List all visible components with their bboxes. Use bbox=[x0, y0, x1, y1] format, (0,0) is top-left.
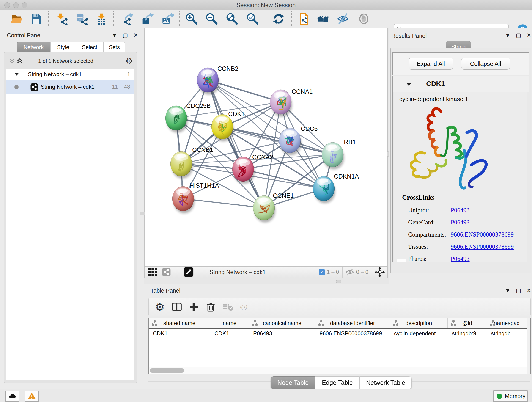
node-label-RB1: RB1 bbox=[344, 139, 356, 146]
float-panel-icon[interactable]: ▼ bbox=[505, 32, 510, 38]
tab-network-table[interactable]: Network Table bbox=[360, 376, 412, 389]
node-CDKN1A[interactable]: CDKN1A bbox=[313, 173, 359, 203]
node-RB1[interactable]: RB1 bbox=[322, 139, 356, 169]
horizontal-scrollbar[interactable] bbox=[149, 367, 527, 374]
zoom-in-icon[interactable] bbox=[185, 12, 198, 25]
left-splitter-handle[interactable] bbox=[140, 212, 145, 215]
tab-sets[interactable]: Sets bbox=[103, 42, 125, 53]
node-HIST1H1A[interactable]: HIST1H1A bbox=[172, 182, 219, 213]
table-cell[interactable]: stringdb bbox=[487, 329, 527, 338]
tab-style[interactable]: Style bbox=[51, 42, 76, 53]
column-header-database-identifier[interactable]: database identifier bbox=[316, 318, 390, 328]
create-column-plus-icon[interactable] bbox=[188, 301, 200, 313]
crosslinks-heading: CrossLinks bbox=[402, 194, 434, 201]
column-header-name[interactable]: name bbox=[210, 318, 249, 328]
close-panel-icon[interactable]: ✕ bbox=[133, 32, 138, 38]
export-network-icon[interactable] bbox=[121, 12, 133, 25]
toolbar-separator bbox=[114, 12, 114, 26]
tab-select[interactable]: Select bbox=[76, 42, 103, 53]
column-header-namespac[interactable]: namespac bbox=[487, 318, 527, 328]
birds-eye-view-icon[interactable] bbox=[183, 267, 194, 277]
crosslink-link[interactable]: 9606.ENSP00000378699 bbox=[451, 231, 514, 238]
import-network-icon[interactable] bbox=[55, 12, 68, 25]
column-header--id[interactable]: @id bbox=[448, 318, 487, 328]
zoom-out-icon[interactable] bbox=[205, 12, 218, 25]
tab-network[interactable]: Network bbox=[17, 42, 51, 53]
crosslink-link[interactable]: P06493 bbox=[451, 255, 470, 262]
import-database-icon[interactable] bbox=[75, 12, 88, 25]
undock-panel-icon[interactable]: ▢ bbox=[123, 32, 128, 38]
float-panel-icon[interactable]: ▼ bbox=[505, 287, 510, 294]
undock-panel-icon[interactable]: ▢ bbox=[516, 32, 521, 38]
edge-HIST1H1A-CCNE1[interactable] bbox=[183, 199, 264, 208]
cdk1-section-header[interactable]: CDK1 bbox=[393, 76, 529, 92]
crosslinks-rows: Uniprot:P06493GeneCard:P06493Compartment… bbox=[408, 204, 523, 265]
zoom-fit-icon[interactable] bbox=[226, 12, 239, 25]
refresh-icon[interactable] bbox=[272, 12, 285, 25]
grid-view-icon[interactable] bbox=[148, 268, 158, 277]
table-cell[interactable]: 9606.ENSP00000378699 bbox=[316, 329, 390, 338]
expand-all-button[interactable]: Expand All bbox=[409, 58, 453, 70]
node-CDC25B[interactable]: CDC25B bbox=[165, 102, 211, 133]
table-cell[interactable]: stringdb:9... bbox=[448, 329, 487, 338]
crosslink-link[interactable]: P06493 bbox=[451, 219, 470, 226]
network-canvas[interactable]: CCNB2 CCNA1 CDC25B CDK1 CDC6 RB1 bbox=[144, 28, 388, 266]
close-panel-icon[interactable]: ✕ bbox=[526, 287, 531, 294]
export-image-icon[interactable] bbox=[162, 12, 175, 25]
network-options-gear-icon[interactable]: ⚙ bbox=[125, 57, 133, 65]
node-table: shared namenamecanonical namedatabase id… bbox=[148, 318, 531, 374]
toolbar-separator bbox=[48, 12, 49, 26]
warnings-button[interactable] bbox=[25, 391, 39, 402]
node-CCNA2[interactable]: CCNA2 bbox=[232, 154, 273, 184]
show-graphics-details-icon[interactable] bbox=[357, 12, 370, 25]
delete-column-trash-icon[interactable] bbox=[205, 301, 216, 313]
memory-button[interactable]: Memory bbox=[493, 390, 528, 402]
collapse-all-button[interactable]: Collapse All bbox=[461, 58, 510, 70]
zoom-selected-icon[interactable] bbox=[246, 12, 259, 25]
first-neighbors-icon[interactable] bbox=[298, 12, 310, 25]
selected-checkbox[interactable]: ✓ bbox=[319, 269, 325, 275]
column-header-description[interactable]: description bbox=[390, 318, 448, 328]
tab-edge-table[interactable]: Edge Table bbox=[315, 376, 360, 389]
network-row-selected[interactable]: String Network – cdk1 11 48 bbox=[6, 80, 134, 94]
save-icon[interactable] bbox=[30, 12, 43, 25]
svg-text:⚙: ⚙ bbox=[126, 57, 133, 65]
node-CCNE1[interactable]: CCNE1 bbox=[253, 192, 294, 223]
node-label-CDK1: CDK1 bbox=[228, 110, 245, 117]
open-folder-icon[interactable] bbox=[10, 12, 23, 25]
column-header-canonical-name[interactable]: canonical name bbox=[249, 318, 316, 328]
table-cell[interactable]: CDK1 bbox=[210, 329, 249, 338]
node-CDC6[interactable]: CDC6 bbox=[279, 125, 318, 155]
memory-status-dot bbox=[497, 394, 502, 399]
crosslink-label: Tissues: bbox=[408, 243, 451, 250]
float-panel-icon[interactable]: ▼ bbox=[112, 32, 117, 38]
import-table-icon[interactable] bbox=[95, 12, 108, 25]
network-badge-icon[interactable] bbox=[162, 267, 171, 277]
tab-node-table[interactable]: Node Table bbox=[271, 376, 315, 389]
hide-graphics-details-icon[interactable] bbox=[336, 12, 349, 25]
function-builder-icon: f(x) bbox=[239, 301, 260, 313]
cloud-button[interactable] bbox=[5, 391, 19, 402]
table-options-gear-icon[interactable]: ⚙ bbox=[154, 301, 166, 313]
network-collection-row[interactable]: String Network – cdk1 1 bbox=[6, 69, 134, 80]
table-cell[interactable]: cyclin-dependent ... bbox=[390, 329, 448, 338]
node-CCNB2[interactable]: CCNB2 bbox=[197, 65, 239, 95]
cloud-icon bbox=[8, 392, 16, 400]
crosslink-row: Compartments:9606.ENSP00000378699 bbox=[408, 229, 523, 241]
table-cell[interactable]: CDK1 bbox=[149, 329, 210, 338]
export-table-icon[interactable] bbox=[141, 12, 154, 25]
home-icon[interactable] bbox=[317, 12, 329, 25]
mini-scrollbar[interactable] bbox=[397, 259, 406, 262]
crosslink-link[interactable]: P06493 bbox=[451, 207, 470, 214]
close-panel-icon[interactable]: ✕ bbox=[526, 32, 531, 38]
table-row[interactable]: CDK1CDK1P064939606.ENSP00000378699cyclin… bbox=[149, 329, 527, 338]
bottom-splitter-handle[interactable] bbox=[336, 280, 341, 283]
show-column-panel-icon[interactable] bbox=[171, 301, 183, 313]
undock-panel-icon[interactable]: ▢ bbox=[516, 287, 521, 294]
vertical-scrollbar[interactable] bbox=[526, 318, 530, 374]
crosslink-link[interactable]: 9606.ENSP00000378699 bbox=[451, 243, 514, 250]
fit-content-move-icon[interactable] bbox=[375, 267, 385, 277]
column-header-shared-name[interactable]: shared name bbox=[149, 318, 210, 328]
protein-structure-image bbox=[403, 105, 493, 196]
table-cell[interactable]: P06493 bbox=[249, 329, 316, 338]
